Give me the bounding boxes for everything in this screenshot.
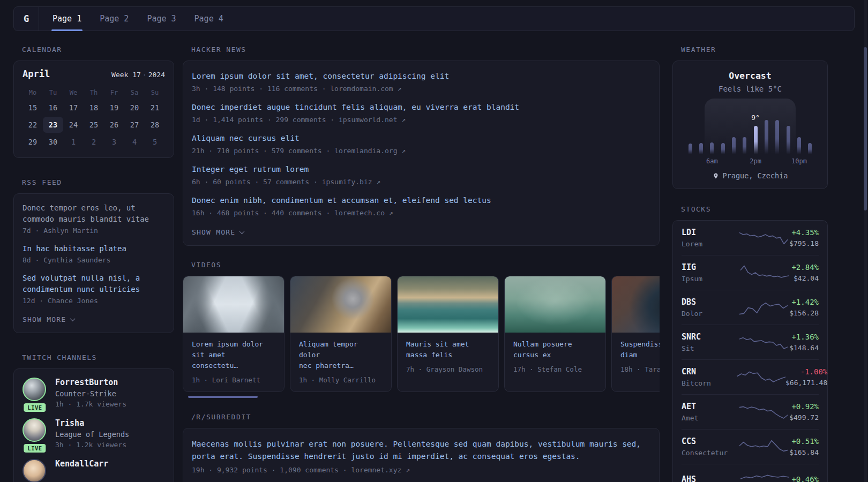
hn-show-more-button[interactable]: SHOW MORE [192,228,244,236]
twitch-channel-kendallcarr[interactable]: KendallCarr [23,459,165,482]
video-meta: 18h · Tara [620,365,660,373]
videos-scrollbar-thumb[interactable] [188,396,258,398]
weather-condition: Overcast [682,71,819,81]
video-card[interactable]: Mauris sit amet massa felis 7h · Grayson… [397,276,499,392]
stock-change: +4.35% [789,228,819,237]
calendar-day: 24 [63,117,84,133]
stock-change: +1.42% [789,298,819,306]
calendar-day: 27 [124,117,145,133]
calendar-year: 2024 [148,71,165,79]
video-title: Nullam posuere cursus ex [513,339,597,360]
rss-item-meta: 8d · Cynthia Saunders [23,256,165,264]
channel-game: League of Legends [55,430,129,439]
tab-page-2[interactable]: Page 2 [91,7,138,31]
stock-change: +0.46% [791,475,819,482]
hackernews-card: Lorem ipsum dolor sit amet, consectetur … [183,61,660,246]
avatar-wrap [23,459,47,482]
videos-carousel: Lorem ipsum dolor sit amet consectetu… 1… [183,276,660,392]
video-card[interactable]: Suspendisse diam 18h · Tara [611,276,660,392]
video-card[interactable]: Nullam posuere cursus ex 17h · Stefan Co… [504,276,606,392]
hn-item-meta: 16h · 468 points · 440 comments · loremt… [192,208,650,217]
stock-sparkline [737,438,789,456]
hn-item-meta: 21h · 710 points · 579 comments · loreml… [192,146,650,155]
page-scrollbar-thumb[interactable] [864,47,867,210]
stock-id: SNRCSit [682,332,737,352]
stock-row-ldi[interactable]: LDILorem +4.35%$795.18 [682,221,819,255]
rss-item-title[interactable]: Donec tempor eros leo, ut commodo mauris… [23,202,165,225]
stock-ticker: AHS [682,475,737,482]
hn-item-title[interactable]: Integer eget rutrum lorem [192,164,650,175]
video-card[interactable]: Lorem ipsum dolor sit amet consectetu… 1… [183,276,285,392]
stock-row-aet[interactable]: AETAmet +0.92%$499.72 [682,394,819,429]
stock-sparkline [737,229,789,247]
subreddit-widget: /R/SUBREDDIT Maecenas mollis pulvinar er… [183,413,660,482]
tab-label: Page 2 [100,14,129,24]
calendar-day: 19 [104,100,124,116]
calendar-grid: Mo Tu We Th Fr Sa Su 15 16 17 18 19 20 2… [23,87,165,150]
tab-page-1[interactable]: Page 1 [43,7,91,31]
calendar-day-next-month: 1 [63,134,84,150]
stock-price: $148.64 [789,344,819,352]
calendar-day: 26 [104,117,124,133]
rss-item: Sed volutpat nulla nisl, a condimentum n… [23,273,165,305]
calendar-header: April Week 17·2024 [23,69,165,79]
video-thumbnail [183,276,284,333]
weekday-header: Su [145,87,165,99]
stock-row-snrc[interactable]: SNRCSit +1.36%$148.64 [682,325,819,359]
stock-price: $156.28 [789,309,819,317]
hn-item-title[interactable]: Donec enim nibh, condimentum et accumsan… [192,195,650,206]
weekday-header: Th [84,87,104,99]
twitch-widget: TWITCH CHANNELS LIVE ForrestBurton Count… [13,353,174,482]
calendar-day: 15 [23,100,43,116]
videos-widget: VIDEOS Lorem ipsum dolor sit amet consec… [183,261,660,398]
stock-price: $42.04 [791,274,819,282]
stocks-widget: STOCKS LDILorem +4.35%$795.18 IIGIpsum +… [672,205,828,482]
video-body: Aliquam tempor dolor nec pharetra… 1h · … [290,333,391,391]
stock-sparkline [737,403,789,421]
calendar-section-title: CALENDAR [22,46,174,54]
stock-values: +4.35%$795.18 [789,228,819,247]
video-meta: 17h · Stefan Cole [513,365,597,373]
stock-row-ccs[interactable]: CCSConsectetur +0.51%$165.84 [682,429,819,464]
stock-values: -1.00%$66,171.48 [785,367,827,387]
weather-feels-like: Feels like 5°C [682,85,819,93]
avatar [23,418,46,442]
video-meta: 1h · Lori Barnett [192,376,275,384]
video-title: Mauris sit amet massa felis [406,339,490,360]
show-more-label: SHOW MORE [23,315,66,323]
hn-item-meta: 3h · 148 points · 116 comments · loremdo… [192,84,650,93]
reddit-post-meta: 19h · 9,932 points · 1,090 comments · lo… [192,465,650,475]
top-navbar: G Page 1 Page 2 Page 3 Page 4 [13,6,855,31]
chevron-down-icon [70,316,76,321]
calendar-day: 17 [63,100,84,116]
stock-row-dbs[interactable]: DBSDolor +1.42%$156.28 [682,290,819,325]
hn-item-meta: 6h · 60 points · 57 comments · ipsumify.… [192,177,650,186]
weather-section-title: WEATHER [681,46,828,54]
stock-row-ahs[interactable]: AHS +0.46% [682,464,819,482]
rss-item-title[interactable]: Sed volutpat nulla nisl, a condimentum n… [23,273,165,295]
rss-item-meta: 7d · Ashlyn Martin [23,227,165,235]
reddit-post-title[interactable]: Maecenas mollis pulvinar erat non posuer… [192,438,650,463]
channel-game: Counter-Strike [55,389,126,398]
video-card[interactable]: Aliquam tempor dolor nec pharetra… 1h · … [290,276,392,392]
rss-show-more-button[interactable]: SHOW MORE [23,315,74,323]
video-body: Lorem ipsum dolor sit amet consectetu… 1… [183,333,284,391]
hn-item-title[interactable]: Donec imperdiet augue tincidunt felis al… [192,102,650,112]
stock-price: $795.18 [789,239,819,247]
tab-page-4[interactable]: Page 4 [185,7,233,31]
calendar-day: 20 [124,100,145,116]
video-title: Lorem ipsum dolor sit amet consectetu… [192,339,275,371]
stock-id: CCSConsectetur [682,436,737,457]
weather-location-text: Prague, Czechia [723,171,788,180]
tab-page-3[interactable]: Page 3 [138,7,185,31]
hn-item-title[interactable]: Aliquam nec cursus elit [192,133,650,144]
twitch-channel-forrestburton[interactable]: LIVE ForrestBurton Counter-Strike 1h · 1… [23,378,165,408]
stock-row-iig[interactable]: IIGIpsum +2.84%$42.04 [682,255,819,290]
stock-name: Dolor [682,310,737,318]
calendar-day: 25 [84,117,104,133]
twitch-channel-trisha[interactable]: LIVE Trisha League of Legends 3h · 1.2k … [23,418,165,449]
stock-values: +0.51%$165.84 [789,437,819,456]
hn-item-title[interactable]: Lorem ipsum dolor sit amet, consectetur … [192,71,650,81]
rss-item-title[interactable]: In hac habitasse platea [23,243,165,254]
stock-row-crn[interactable]: CRNBitcorn -1.00%$66,171.48 [682,359,819,394]
